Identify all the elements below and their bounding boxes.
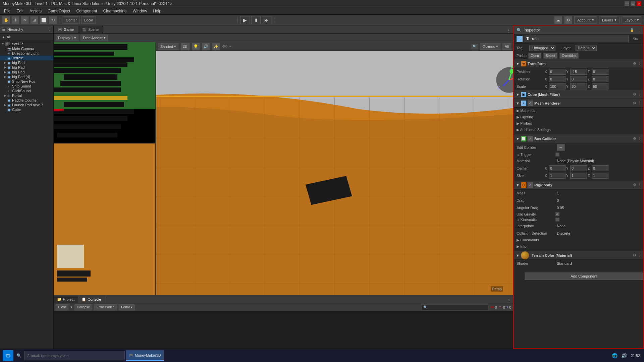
transform-menu-icon[interactable]: ⋮ xyxy=(638,61,641,66)
hier-terrain[interactable]: ▣ Terrain xyxy=(0,56,53,60)
pos-x-input[interactable] xyxy=(549,69,566,75)
scene-tab[interactable]: 🎬 Scene xyxy=(78,26,103,33)
hierarchy-add-button[interactable]: + xyxy=(1,35,5,40)
boxcollider-menu-icon[interactable]: ⋮ xyxy=(638,136,641,141)
is-kinematic-checkbox[interactable] xyxy=(555,218,559,222)
add-component-button[interactable]: Add Component xyxy=(525,273,643,280)
taskbar-speaker-icon[interactable]: 🔊 xyxy=(620,352,628,360)
prefab-open-button[interactable]: Open xyxy=(528,53,541,59)
menu-component[interactable]: Component xyxy=(73,8,100,14)
rot-y-input[interactable] xyxy=(570,76,587,82)
object-checkbox[interactable]: ✓ xyxy=(517,36,523,42)
search-icon[interactable]: 🔍 xyxy=(15,352,23,360)
rect-tool[interactable]: ⬜ xyxy=(40,16,48,24)
clear-button[interactable]: Clear xyxy=(56,304,68,310)
scale-y-input[interactable] xyxy=(570,83,587,89)
probes-row[interactable]: ▶ Probes xyxy=(514,120,643,127)
hier-click-sound[interactable]: ♪ ClickSound xyxy=(0,88,53,93)
hier-bigpad-4[interactable]: ▶ ▣ big Pad (4) xyxy=(0,74,53,79)
scene-fx-toggle[interactable]: ✨ xyxy=(212,43,220,51)
layer-dropdown[interactable]: Default xyxy=(575,45,597,51)
menu-cinemachine[interactable]: Cinemachine xyxy=(100,8,129,14)
transform-tool[interactable]: ⟲ xyxy=(49,16,57,24)
gizmos-dropdown[interactable]: Gizmos ▾ xyxy=(480,43,500,50)
tag-dropdown[interactable]: Untagged xyxy=(529,45,555,51)
account-button[interactable]: Account ▾ xyxy=(574,16,597,24)
hier-paddle-counter[interactable]: ▣ Paddle Counter xyxy=(0,98,53,103)
game-tab[interactable]: 🎮 Game xyxy=(54,26,78,33)
scale-tool[interactable]: ⊞ xyxy=(30,16,38,24)
display-dropdown[interactable]: Display 1 ▾ xyxy=(56,35,78,41)
center-button[interactable]: Center xyxy=(63,16,80,24)
meshfilter-menu-icon[interactable]: ⋮ xyxy=(638,92,641,97)
rot-z-input[interactable] xyxy=(592,76,608,82)
taskbar-search-input[interactable] xyxy=(24,351,125,360)
collapse-button[interactable]: Collapse xyxy=(74,304,92,310)
meshrenderer-enable[interactable]: ✓ xyxy=(528,101,533,106)
additional-settings-row[interactable]: ▶ Additional Settings xyxy=(514,127,643,133)
scale-x-input[interactable] xyxy=(549,83,566,89)
menu-help[interactable]: Help xyxy=(150,8,164,14)
mesh-renderer-header[interactable]: ▼ ≡ ✓ Mesh Renderer ⚙ ⋮ xyxy=(514,99,643,108)
material-menu-icon[interactable]: ⋮ xyxy=(638,253,641,257)
layers-button[interactable]: Layers ▾ xyxy=(599,16,620,24)
shading-dropdown[interactable]: Shaded ▾ xyxy=(158,43,178,50)
boxcollider-settings-icon[interactable]: ⚙ xyxy=(633,136,636,141)
scene-audio-toggle[interactable]: 🔊 xyxy=(202,43,210,51)
hier-cube[interactable]: ▣ Cube xyxy=(0,107,53,112)
minimize-button[interactable]: — xyxy=(625,1,629,6)
cloud-icon[interactable]: ☁ xyxy=(554,16,562,24)
rotate-tool[interactable]: ↻ xyxy=(21,16,29,24)
layout-button[interactable]: Layout ▾ xyxy=(622,16,642,24)
meshrenderer-menu-icon[interactable]: ⋮ xyxy=(638,101,641,105)
object-name-input[interactable] xyxy=(525,36,629,42)
prefab-overrides-button[interactable]: Overrides xyxy=(559,53,579,59)
inspector-lock[interactable]: 🔒 xyxy=(630,28,634,32)
size-x-input[interactable] xyxy=(549,173,566,179)
center-y-input[interactable] xyxy=(570,165,587,171)
mesh-filter-header[interactable]: ▼ ▣ Cube (Mesh Filter) ⚙ ⋮ xyxy=(514,90,643,99)
size-z-input[interactable] xyxy=(592,173,608,179)
clear-dropdown[interactable]: ▾ xyxy=(70,305,72,309)
hand-tool[interactable]: ✋ xyxy=(2,16,10,24)
menu-assets[interactable]: Assets xyxy=(27,8,44,14)
project-tab[interactable]: 📁 Project xyxy=(54,296,78,303)
pause-button[interactable]: ⏸ xyxy=(251,16,261,24)
all-dropdown[interactable]: All xyxy=(502,43,511,50)
local-button[interactable]: Local xyxy=(81,16,96,24)
meshfilter-settings-icon[interactable]: ⚙ xyxy=(633,92,636,97)
size-y-input[interactable] xyxy=(570,173,587,179)
scene-search-box[interactable]: 🔍 xyxy=(471,44,478,49)
error-pause-button[interactable]: Error Pause xyxy=(94,304,117,310)
hier-bigpad-2[interactable]: ▶ ▣ big Pad xyxy=(0,65,53,70)
inspector-menu[interactable]: ⋮ xyxy=(637,28,641,32)
menu-file[interactable]: File xyxy=(1,8,13,14)
menu-window[interactable]: Window xyxy=(130,8,150,14)
play-button[interactable]: ▶ xyxy=(240,16,250,24)
hier-ship-sound[interactable]: ♪ Ship Sound xyxy=(0,84,53,88)
aspect-dropdown[interactable]: Free Aspect ▾ xyxy=(80,35,108,41)
collab-icon[interactable]: ⚙ xyxy=(564,16,572,24)
rot-x-input[interactable] xyxy=(549,76,566,82)
hier-bigpad-3[interactable]: ▶ ▣ big Pad xyxy=(0,70,53,74)
scene-lighting-toggle[interactable]: 💡 xyxy=(192,43,200,51)
center-x-input[interactable] xyxy=(549,165,566,171)
constraints-row[interactable]: ▶ Constraints xyxy=(514,237,643,243)
edit-collider-button[interactable]: ✏ xyxy=(557,144,565,151)
pos-z-input[interactable] xyxy=(592,69,608,75)
center-z-input[interactable] xyxy=(592,165,608,171)
hier-directional-light[interactable]: ☀ Directional Light xyxy=(0,51,53,56)
console-tab[interactable]: 📋 Console xyxy=(78,296,105,303)
material-header[interactable]: ▼ Terrain Color (Material) ⚙ ⋮ xyxy=(514,251,643,260)
hierarchy-menu-icon[interactable]: ⋮ xyxy=(48,27,51,32)
close-button[interactable]: ✕ xyxy=(637,1,641,6)
taskbar-unity-app[interactable]: 🎮 MoneyMaker3D xyxy=(126,350,164,361)
boxcollider-enable[interactable]: ✓ xyxy=(528,136,533,141)
bottom-panel-menu[interactable]: ⋮ xyxy=(505,298,513,303)
pos-y-input[interactable] xyxy=(570,69,587,75)
scene-view[interactable]: X Y Z Persp xyxy=(156,51,513,295)
is-trigger-checkbox[interactable] xyxy=(555,153,559,157)
hier-scene-root[interactable]: ▼ 🎬 Level 1* xyxy=(0,42,53,46)
materials-row[interactable]: ▶ Materials xyxy=(514,108,643,114)
maximize-button[interactable]: □ xyxy=(631,1,635,6)
